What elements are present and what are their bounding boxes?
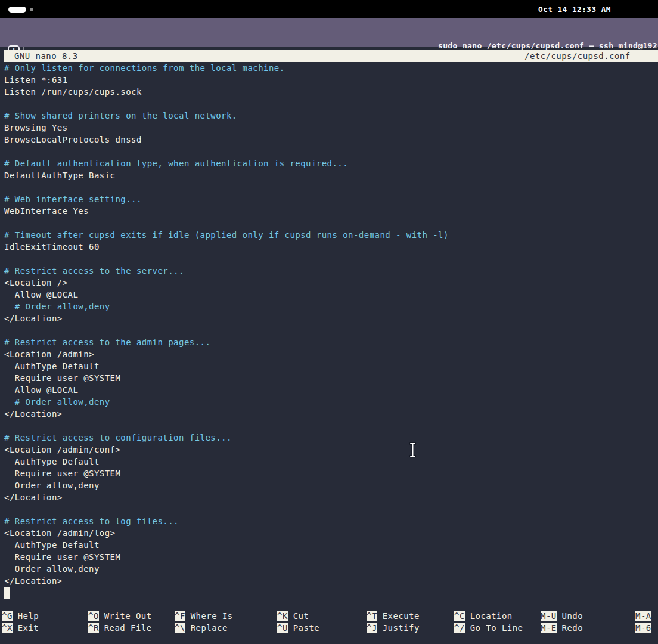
editor-line: AuthType Default xyxy=(4,539,658,551)
editor-line xyxy=(4,181,658,193)
editor-line xyxy=(4,98,658,110)
shortcut-label: Write Out xyxy=(99,611,152,621)
editor-line: IdleExitTimeout 60 xyxy=(4,241,658,253)
editor-line: <Location /admin/log> xyxy=(4,527,658,539)
editor-line: AuthType Default xyxy=(4,456,658,467)
editor-line: Order allow,deny xyxy=(4,563,658,575)
shortcut-item: ^\ Replace xyxy=(175,622,233,634)
editor-line: Browsing Yes xyxy=(4,122,658,134)
editor-line xyxy=(4,145,658,157)
window-indicator-pill[interactable] xyxy=(8,7,26,13)
editor-line: <Location /> xyxy=(4,277,658,289)
editor-line: </Location> xyxy=(4,575,658,587)
editor-line xyxy=(4,420,658,432)
shortcut-item: M-E Redo xyxy=(541,622,583,634)
editor-line: WebInterface Yes xyxy=(4,205,658,217)
shortcut-label: Go To Line xyxy=(465,623,523,633)
editor-line: # Order allow,deny xyxy=(4,301,658,312)
menu-bar: Oct 14 12:33 AM xyxy=(0,0,658,18)
editor-line: Listen *:631 xyxy=(4,74,658,86)
shortcut-label: Help xyxy=(13,611,39,621)
shortcut-item: ^J Justify xyxy=(367,622,420,634)
shortcut-key: ^O xyxy=(88,611,99,621)
editor-line: </Location> xyxy=(4,312,658,324)
shortcut-key: ^G xyxy=(2,611,13,621)
editor-line xyxy=(4,253,658,265)
editor-line: <Location /admin/conf> xyxy=(4,444,658,456)
shortcut-item: ^U Paste xyxy=(277,622,319,634)
shortcut-item: ^R Read File xyxy=(88,622,152,634)
shortcut-key: ^J xyxy=(367,623,377,633)
editor-line: </Location> xyxy=(4,408,658,420)
editor-line: <Location /admin> xyxy=(4,348,658,360)
shortcut-key: M-U xyxy=(541,611,557,621)
shortcut-item: ^F Where Is xyxy=(175,610,233,622)
screen: { "menubar": { "clock": "Oct 14 12:33 AM… xyxy=(0,0,658,644)
shortcut-column: ^T Execute^J Justify xyxy=(367,610,420,634)
shortcut-item: ^T Execute xyxy=(367,610,420,622)
shortcut-key: ^\ xyxy=(175,623,185,633)
editor-line: # Default authentication type, when auth… xyxy=(4,157,658,169)
shortcut-item: M-U Undo xyxy=(541,610,583,622)
workspace-dot-icon xyxy=(30,8,33,11)
shortcut-column: ^C Location^/ Go To Line xyxy=(454,610,523,634)
shortcut-key: ^/ xyxy=(454,623,465,633)
shortcut-label: Exit xyxy=(13,623,39,633)
tab-title: sudo nano /etc/cups/cupsd.conf — ssh min… xyxy=(438,41,658,50)
shortcut-column: ^F Where Is^\ Replace xyxy=(175,610,233,634)
editor-line: # Restrict access to log files... xyxy=(4,515,658,527)
shortcut-item: ^G Help xyxy=(2,610,39,622)
nano-title-bar: GNU nano 8.3 /etc/cups/cupsd.conf xyxy=(4,50,658,62)
shortcut-column: M-AM-6 xyxy=(635,610,651,634)
editor-line: # Restrict access to the admin pages... xyxy=(4,336,658,348)
shortcut-label: Cut xyxy=(288,611,309,621)
shortcut-label: Justify xyxy=(377,623,420,633)
shortcut-key: M-E xyxy=(541,623,557,633)
editor-line: # Timeout after cupsd exits if idle (app… xyxy=(4,229,658,241)
shortcut-label: Redo xyxy=(557,623,583,633)
shortcut-item: ^/ Go To Line xyxy=(454,622,523,634)
menubar-clock: Oct 14 12:33 AM xyxy=(538,5,611,14)
shortcut-label: Execute xyxy=(377,611,420,621)
shortcut-key: ^R xyxy=(88,623,99,633)
editor-line: # Web interface setting... xyxy=(4,193,658,205)
editor-line: # Show shared printers on the local netw… xyxy=(4,110,658,122)
shortcut-key: ^X xyxy=(2,623,13,633)
editor-line: </Location> xyxy=(4,491,658,503)
shortcut-label: Where Is xyxy=(185,611,233,621)
shortcut-key: ^F xyxy=(175,611,185,621)
editor-line xyxy=(4,217,658,229)
shortcut-item: ^X Exit xyxy=(2,622,39,634)
editor-line: Require user @SYSTEM xyxy=(4,372,658,384)
editor-line: Require user @SYSTEM xyxy=(4,551,658,563)
shortcut-item: ^C Location xyxy=(454,610,523,622)
editor-line: # Restrict access to the server... xyxy=(4,265,658,277)
shortcut-column: ^O Write Out^R Read File xyxy=(88,610,152,634)
shortcut-key: ^U xyxy=(277,623,288,633)
editor-line: Allow @LOCAL xyxy=(4,289,658,301)
editor-line: Order allow,deny xyxy=(4,479,658,491)
editor-line: Require user @SYSTEM xyxy=(4,467,658,479)
editor-line: AuthType Default xyxy=(4,360,658,372)
shortcut-column: M-U UndoM-E Redo xyxy=(541,610,583,634)
shortcut-label: Replace xyxy=(185,623,228,633)
shortcut-key: ^C xyxy=(454,611,465,621)
shortcut-key: M-6 xyxy=(635,623,651,633)
editor-line: # Order allow,deny xyxy=(4,396,658,408)
editor-area[interactable]: # Only listen for connections from the l… xyxy=(4,62,658,587)
text-cursor xyxy=(4,587,10,599)
editor-line xyxy=(4,503,658,515)
shortcut-label: Location xyxy=(465,611,513,621)
editor-line: Listen /run/cups/cups.sock xyxy=(4,86,658,98)
nano-version-label: GNU nano 8.3 xyxy=(14,50,78,62)
shortcut-key: ^T xyxy=(367,611,377,621)
shortcut-label: Read File xyxy=(99,623,152,633)
mouse-ibeam-cursor xyxy=(408,442,418,459)
editor-line xyxy=(4,324,658,336)
shortcut-item: ^K Cut xyxy=(277,610,319,622)
nano-filename: /etc/cups/cupsd.conf xyxy=(524,50,631,62)
shortcut-key: M-A xyxy=(635,611,651,621)
nano-shortcut-bar: ^G Help^X Exit^O Write Out^R Read File^F… xyxy=(0,610,658,634)
shortcut-column: ^K Cut^U Paste xyxy=(277,610,319,634)
shortcut-label: Paste xyxy=(288,623,319,633)
